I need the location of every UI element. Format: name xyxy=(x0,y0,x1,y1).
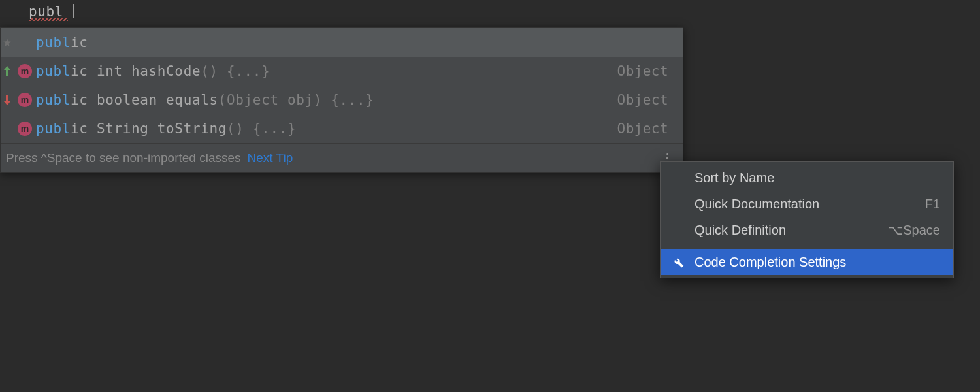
menu-separator xyxy=(661,246,953,246)
completion-text: public String toString() {...} xyxy=(36,121,296,137)
typed-text: publ xyxy=(29,4,72,20)
override-down-icon xyxy=(1,95,14,105)
completion-text: public xyxy=(36,35,88,50)
menu-item[interactable]: Sort by Name xyxy=(661,165,953,191)
completion-list: publicmpublic int hashCode() {...}Object… xyxy=(1,28,683,143)
completion-type: Object xyxy=(617,92,668,108)
relevance-star-icon xyxy=(1,38,14,47)
completion-item[interactable]: mpublic String toString() {...}Object xyxy=(1,114,683,143)
menu-item[interactable]: Quick Definition⌥Space xyxy=(661,217,953,243)
completion-popup: publicmpublic int hashCode() {...}Object… xyxy=(0,27,683,173)
completion-text: public boolean equals(Object obj) {...} xyxy=(36,92,374,108)
method-icon: m xyxy=(14,93,36,107)
menu-item-shortcut: ⌥Space xyxy=(888,222,940,238)
menu-item-label: Code Completion Settings xyxy=(694,255,846,270)
completion-type: Object xyxy=(617,121,668,137)
completion-item[interactable]: mpublic boolean equals(Object obj) {...}… xyxy=(1,86,683,114)
method-icon: m xyxy=(14,122,36,136)
override-up-icon xyxy=(1,66,14,76)
menu-item[interactable]: Quick DocumentationF1 xyxy=(661,191,953,217)
next-tip-link[interactable]: Next Tip xyxy=(248,151,293,165)
error-underline xyxy=(29,18,68,21)
footer-hint: Press ^Space to see non-imported classes xyxy=(6,151,241,165)
completion-item[interactable]: mpublic int hashCode() {...}Object xyxy=(1,57,683,86)
completion-item[interactable]: public xyxy=(1,28,683,57)
completion-type: Object xyxy=(617,63,668,79)
menu-item-shortcut: F1 xyxy=(925,197,940,212)
menu-item-label: Sort by Name xyxy=(694,171,774,186)
completion-text: public int hashCode() {...} xyxy=(36,63,270,79)
method-icon: m xyxy=(14,64,36,78)
menu-item-label: Quick Definition xyxy=(694,223,786,238)
wrench-icon xyxy=(671,255,685,269)
completion-footer: Press ^Space to see non-imported classes… xyxy=(1,143,683,172)
menu-item-label: Quick Documentation xyxy=(694,197,819,212)
completion-context-menu: Sort by NameQuick DocumentationF1Quick D… xyxy=(660,161,954,278)
menu-item[interactable]: Code Completion Settings xyxy=(661,249,953,275)
editor-line[interactable]: publ xyxy=(0,0,980,27)
